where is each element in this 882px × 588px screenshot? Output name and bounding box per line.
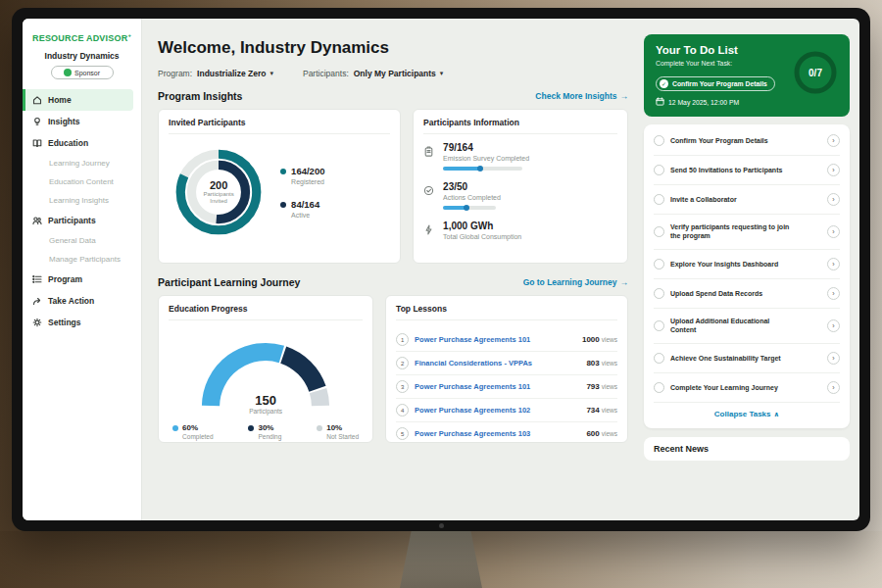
sidebar-item-label: Learning Journey xyxy=(49,159,110,168)
actions-completed-row: 23/50 Actions Completed xyxy=(423,181,617,210)
completed-dot-icon xyxy=(172,425,178,431)
sidebar-item-insights[interactable]: Insights xyxy=(23,111,141,132)
task-row[interactable]: Verify participants requesting to join t… xyxy=(654,215,840,250)
task-row[interactable]: Invite a Collaborator › xyxy=(654,185,840,215)
task-row[interactable]: Achieve One Sustainability Target › xyxy=(654,344,840,373)
sponsor-badge: Sponsor xyxy=(51,66,114,79)
chevron-right-icon[interactable]: › xyxy=(827,319,840,332)
monitor-stand xyxy=(400,530,482,588)
participants-filter-label: Participants: xyxy=(303,69,349,78)
chevron-right-icon[interactable]: › xyxy=(827,193,840,206)
sidebar-item-learning-journey[interactable]: Learning Journey xyxy=(23,154,141,172)
main-content: Welcome, Industry Dynamics Program: Indu… xyxy=(142,19,640,520)
sidebar-item-program[interactable]: Program xyxy=(23,269,141,290)
sidebar-item-label: Education Content xyxy=(49,177,114,186)
lesson-link[interactable]: Power Purchase Agreements 101 xyxy=(415,382,580,391)
program-filter[interactable]: Program: Industrialize Zero ▾ xyxy=(158,69,273,78)
sidebar-item-label: Participants xyxy=(48,216,96,225)
task-checkbox[interactable] xyxy=(654,382,664,393)
program-insights-header: Program Insights Check More Insights→ xyxy=(158,90,628,102)
task-checkbox[interactable] xyxy=(654,320,664,331)
monitor-logo-dot xyxy=(439,523,444,528)
education-legend: 60% Completed 30% Pending 10% Not Starte… xyxy=(169,423,363,440)
task-row[interactable]: Complete Your Learning Journey › xyxy=(654,373,840,403)
emission-survey-progressbar xyxy=(443,167,522,171)
lesson-link[interactable]: Power Purchase Agreements 102 xyxy=(415,406,580,415)
section-title: Program Insights xyxy=(158,90,242,102)
lesson-link[interactable]: Power Purchase Agreements 103 xyxy=(415,429,580,438)
chevron-right-icon[interactable]: › xyxy=(827,352,840,365)
sidebar: RESOURCE ADVISOR+ Industry Dynamics Spon… xyxy=(23,19,142,520)
check-icon: ✓ xyxy=(660,79,668,88)
list-icon xyxy=(32,274,42,284)
invited-total: 200 xyxy=(210,179,227,191)
sidebar-item-general-data[interactable]: General Data xyxy=(23,231,141,250)
sidebar-item-participants[interactable]: Participants xyxy=(23,210,141,231)
sidebar-item-home[interactable]: Home xyxy=(23,89,133,111)
card-title: Education Progress xyxy=(169,304,363,320)
sidebar-item-learning-insights[interactable]: Learning Insights xyxy=(23,191,141,210)
task-row[interactable]: Send 50 Invitations to Participants › xyxy=(654,156,840,185)
task-checkbox[interactable] xyxy=(654,353,664,364)
todo-task-list: Confirm Your Program Details › Send 50 I… xyxy=(644,124,850,428)
task-checkbox[interactable] xyxy=(654,288,664,299)
task-row[interactable]: Confirm Your Program Details › xyxy=(654,126,840,156)
sidebar-item-label: Manage Participants xyxy=(49,255,121,264)
rank-badge: 4 xyxy=(396,404,409,416)
sidebar-item-take-action[interactable]: Take Action xyxy=(23,290,141,312)
clipboard-icon xyxy=(423,142,435,171)
sidebar-item-education-content[interactable]: Education Content xyxy=(23,172,141,191)
insights-cards-row: Invited Participants 200 xyxy=(158,109,628,264)
program-filter-value: Industrialize Zero xyxy=(197,69,266,78)
education-gauge-chart: 150 Participants xyxy=(183,328,348,416)
task-row[interactable]: Explore Your Insights Dashboard › xyxy=(654,250,840,279)
task-row[interactable]: Upload Additional Educational Content › xyxy=(654,309,840,344)
sidebar-item-label: Education xyxy=(48,138,88,148)
collapse-tasks-link[interactable]: Collapse Tasks∧ xyxy=(654,403,840,426)
people-icon xyxy=(32,216,42,225)
app-window: RESOURCE ADVISOR+ Industry Dynamics Spon… xyxy=(23,19,859,520)
chevron-up-icon: ∧ xyxy=(773,411,779,417)
sidebar-item-manage-participants[interactable]: Manage Participants xyxy=(23,250,141,269)
task-checkbox[interactable] xyxy=(654,135,664,146)
legend-item-pending: 30% Pending xyxy=(248,423,281,440)
task-checkbox[interactable] xyxy=(654,194,664,205)
lesson-link[interactable]: Power Purchase Agreements 101 xyxy=(415,335,576,344)
org-name: Industry Dynamics xyxy=(23,51,141,61)
sponsor-label: Sponsor xyxy=(74,70,100,76)
sidebar-item-settings[interactable]: Settings xyxy=(23,312,141,333)
participants-filter[interactable]: Participants: Only My Participants ▾ xyxy=(303,69,443,78)
check-more-insights-link[interactable]: Check More Insights→ xyxy=(535,91,628,101)
sidebar-item-education[interactable]: Education xyxy=(23,132,141,154)
chevron-right-icon[interactable]: › xyxy=(827,381,840,394)
task-checkbox[interactable] xyxy=(654,226,664,237)
lesson-row: 3 Power Purchase Agreements 101 793views xyxy=(396,375,617,399)
chevron-right-icon[interactable]: › xyxy=(827,164,840,176)
top-lessons-card: Top Lessons 1 Power Purchase Agreements … xyxy=(385,295,628,443)
donut-center: 200 Participants Invited xyxy=(169,142,269,242)
app-logo: RESOURCE ADVISOR+ xyxy=(23,28,141,49)
chevron-right-icon[interactable]: › xyxy=(827,134,840,147)
todo-panel: Your To Do List Complete Your Next Task:… xyxy=(640,19,859,520)
actions-progressbar xyxy=(443,206,496,210)
chevron-right-icon[interactable]: › xyxy=(827,258,840,270)
todo-progress-value: 0/7 xyxy=(793,50,838,95)
task-checkbox[interactable] xyxy=(654,165,664,175)
lesson-link[interactable]: Financial Considerations - VPPAs xyxy=(415,359,580,368)
task-checkbox[interactable] xyxy=(654,259,664,270)
not-started-dot-icon xyxy=(317,425,322,431)
sidebar-item-label: Learning Insights xyxy=(49,196,109,205)
go-to-learning-journey-link[interactable]: Go to Learning Journey→ xyxy=(523,277,628,287)
home-icon xyxy=(32,95,42,105)
chevron-right-icon[interactable]: › xyxy=(827,225,840,238)
next-task-pill[interactable]: ✓ Confirm Your Program Details xyxy=(656,76,775,91)
lightbulb-icon xyxy=(32,117,42,126)
todo-progress-ring: 0/7 xyxy=(793,50,838,95)
next-task-due: 12 May 2025, 12:00 PM xyxy=(656,97,838,107)
card-title: Participants Information xyxy=(423,118,617,134)
book-icon xyxy=(32,138,42,148)
chevron-right-icon[interactable]: › xyxy=(827,287,840,300)
learning-journey-header: Participant Learning Journey Go to Learn… xyxy=(158,276,628,288)
invited-total-label: Participants Invited xyxy=(198,191,239,206)
task-row[interactable]: Upload Spend Data Records › xyxy=(654,279,840,309)
